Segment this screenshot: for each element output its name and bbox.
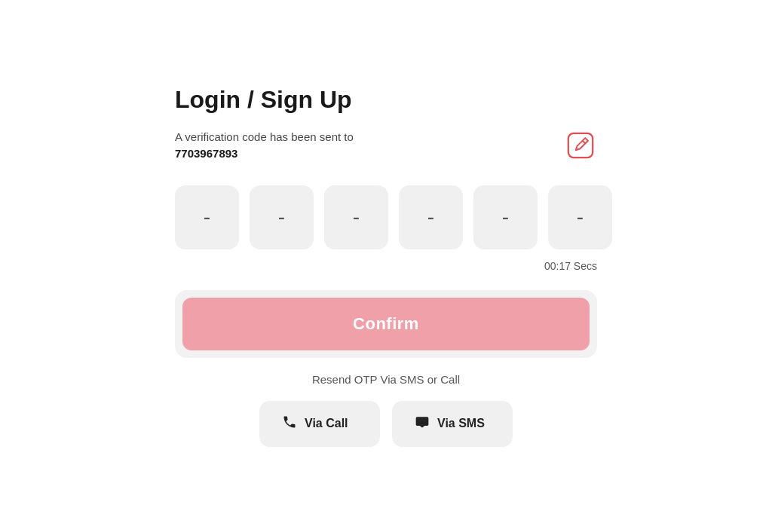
otp-input-6[interactable]	[548, 185, 612, 249]
page-title: Login / Sign Up	[175, 86, 597, 114]
phone-number: 7703967893	[175, 147, 237, 160]
otp-input-3[interactable]	[324, 185, 388, 249]
via-sms-button[interactable]: Via SMS	[392, 401, 513, 447]
otp-input-2[interactable]	[250, 185, 314, 249]
otp-input-5[interactable]	[473, 185, 538, 249]
subtitle-block: A verification code has been sent to 770…	[175, 129, 597, 163]
via-sms-label: Via SMS	[437, 417, 485, 430]
confirm-button[interactable]: Confirm	[182, 298, 590, 350]
resend-label: Resend OTP Via SMS or Call	[175, 373, 597, 386]
otp-section: 00:17 Secs	[175, 185, 597, 272]
edit-phone-button[interactable]	[564, 129, 597, 164]
otp-inputs	[175, 185, 597, 249]
confirm-wrapper: Confirm	[175, 290, 597, 358]
otp-input-1[interactable]	[175, 185, 239, 249]
otp-input-4[interactable]	[399, 185, 463, 249]
subtitle-section: A verification code has been sent to 770…	[175, 129, 597, 163]
svg-rect-1	[416, 417, 429, 426]
countdown-timer: 00:17 Secs	[175, 260, 597, 272]
sms-icon	[415, 414, 430, 433]
resend-buttons: Via Call Via SMS	[175, 401, 597, 447]
main-container: Login / Sign Up A verification code has …	[160, 56, 612, 477]
via-call-label: Via Call	[305, 417, 348, 430]
edit-icon	[567, 132, 594, 159]
via-call-button[interactable]: Via Call	[259, 401, 380, 447]
subtitle-text: A verification code has been sent to	[175, 130, 354, 143]
svg-rect-0	[568, 133, 593, 157]
phone-icon	[282, 414, 297, 433]
